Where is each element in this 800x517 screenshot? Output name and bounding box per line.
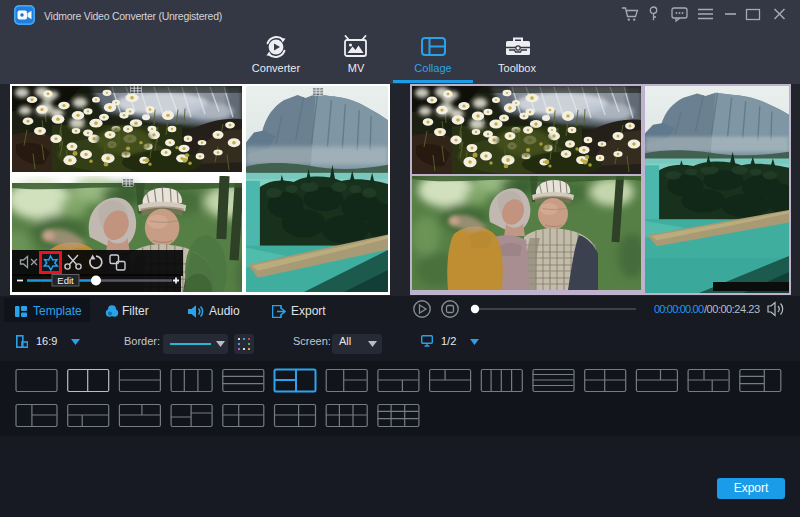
svg-text:/00:00:24.23: /00:00:24.23 <box>704 303 760 315</box>
svg-text:00:00:00.00: 00:00:00.00 <box>654 303 704 315</box>
svg-text:Edit: Edit <box>57 275 74 286</box>
